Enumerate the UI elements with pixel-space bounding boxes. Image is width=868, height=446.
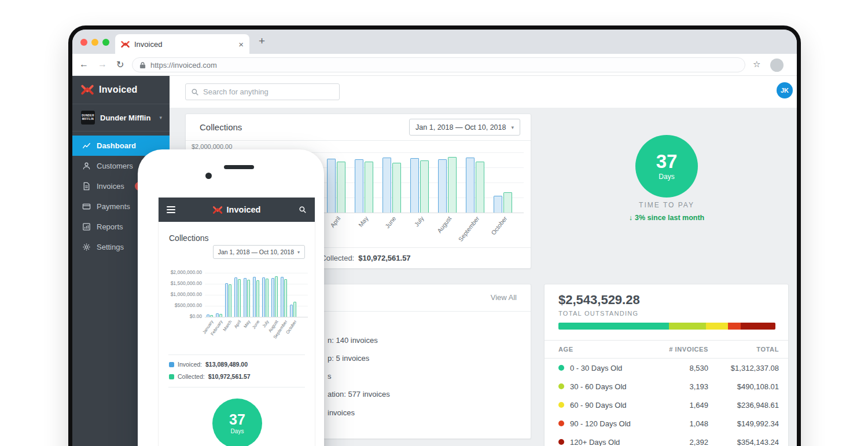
time-to-pay-unit: Days <box>231 428 244 434</box>
zoom-window-button[interactable] <box>102 39 109 46</box>
collections-title: Collections <box>169 233 208 243</box>
sidebar-item-label: Dashboard <box>97 141 136 150</box>
bar-invoiced <box>216 313 219 317</box>
company-selector[interactable]: DUNDER MIFFLIN Dunder Mifflin ▾ <box>72 104 170 131</box>
age-dot <box>558 421 564 426</box>
total-amount: $354,143.24 <box>708 438 779 446</box>
bar-group <box>271 276 278 317</box>
total-amount: $149,992.34 <box>708 419 779 428</box>
bar-invoiced <box>234 277 237 317</box>
chevron-down-icon: ▾ <box>159 115 162 120</box>
address-bar[interactable]: https://invoiced.com <box>132 57 745 72</box>
search-input[interactable] <box>203 87 339 96</box>
view-all-link[interactable]: View All <box>491 293 517 302</box>
mobile-header: Invoiced <box>159 198 315 222</box>
bar-invoiced <box>253 277 256 317</box>
browser-tab[interactable]: Invoiced × <box>115 34 249 54</box>
browser-tab-strip: Invoiced × + <box>72 30 797 54</box>
table-row[interactable]: 60 - 90 Days Old 1,649 $236,948.61 <box>545 396 788 414</box>
user-avatar[interactable]: JK <box>777 82 793 98</box>
date-range-selector[interactable]: Jan 1, 2018 — Oct 10, 2018 ▾ <box>213 245 305 259</box>
time-to-pay-circle: 37 Days <box>212 399 262 446</box>
x-tick-label: September <box>457 215 480 243</box>
x-tick-label: April <box>329 215 341 229</box>
menu-icon[interactable] <box>167 206 175 213</box>
phone-camera <box>205 173 212 179</box>
total-amount: $1,312,337.08 <box>708 364 779 372</box>
bar-invoiced <box>355 159 363 213</box>
aging-table-header: AGE # INVOICES TOTAL <box>545 340 788 359</box>
x-axis-line <box>205 317 308 317</box>
bar-collected <box>210 315 213 317</box>
age-label: 30 - 60 Days Old <box>570 382 627 391</box>
y-tick-label: $1,000,000.00 <box>159 291 202 297</box>
x-tick-label: July <box>413 215 425 228</box>
invoice-count: 1,649 <box>645 401 708 410</box>
table-row[interactable]: 120+ Days Old 2,392 $354,143.24 <box>545 433 788 446</box>
bar-group <box>244 278 250 317</box>
age-dot <box>558 402 564 408</box>
forward-button[interactable]: → <box>98 59 107 70</box>
invoice-count: 2,392 <box>645 438 708 446</box>
collections-chart-mobile: $2,000,000.00 $1,500,000.00 $1,000,000.0… <box>159 267 315 355</box>
browser-profile-avatar[interactable] <box>770 59 784 72</box>
phone-mockup: Invoiced Collections Jan 1, 2018 — Oct 1… <box>138 149 324 446</box>
back-button[interactable]: ← <box>79 59 89 70</box>
search-icon[interactable] <box>299 206 307 214</box>
aging-bar-segment <box>558 323 669 330</box>
divider <box>168 387 305 387</box>
header-invoices: # INVOICES <box>645 346 708 353</box>
new-tab-button[interactable]: + <box>259 35 265 47</box>
tab-title: Invoiced <box>134 40 238 49</box>
brand-name: Invoiced <box>99 85 138 95</box>
date-range-value: Jan 1, 2018 — Oct 10, 2018 <box>218 248 294 255</box>
invoiced-logo-icon <box>81 83 94 96</box>
bar-collected <box>392 163 401 213</box>
minimize-window-button[interactable] <box>91 39 98 46</box>
company-logo: DUNDER MIFFLIN <box>81 111 95 125</box>
bar-invoiced <box>281 277 284 317</box>
total-amount: $236,948.61 <box>708 401 779 410</box>
bar-collected <box>284 279 287 317</box>
tab-close-icon[interactable]: × <box>238 39 244 49</box>
bar-group <box>262 277 269 317</box>
age-label: 120+ Days Old <box>570 438 620 446</box>
bar-group <box>234 277 241 317</box>
date-range-selector[interactable]: Jan 1, 2018 — Oct 10, 2018 ▾ <box>409 119 520 136</box>
bookmark-star-icon[interactable]: ☆ <box>753 59 760 70</box>
time-to-pay-delta: ↓3% since last month <box>609 214 724 222</box>
bar-invoiced <box>262 277 265 317</box>
aging-bar-segment <box>669 323 706 330</box>
bar-collected <box>448 157 457 213</box>
invoices-icon <box>82 182 91 191</box>
page: Invoiced × + ← → ↻ https://invoiced.com … <box>0 0 868 446</box>
bar-collected <box>293 302 296 317</box>
table-row[interactable]: 30 - 60 Days Old 3,193 $490,108.01 <box>545 377 788 396</box>
bar-group <box>281 277 287 317</box>
invoice-count: 1,048 <box>645 419 708 428</box>
mobile-brand: Invoiced <box>213 198 261 222</box>
reload-button[interactable]: ↻ <box>116 59 124 70</box>
table-row[interactable]: 90 - 120 Days Old 1,048 $149,992.34 <box>545 414 788 433</box>
age-label: 90 - 120 Days Old <box>570 419 631 428</box>
aging-bar-segment <box>706 323 728 330</box>
table-row[interactable]: 0 - 30 Days Old 8,530 $1,312,337.08 <box>545 359 788 377</box>
bar-group <box>225 283 231 317</box>
search-box[interactable] <box>185 83 340 100</box>
close-window-button[interactable] <box>80 39 87 46</box>
time-to-pay-caption: TIME TO PAY <box>609 201 724 209</box>
age-dot <box>558 439 564 445</box>
sidebar-item-label: Payments <box>97 202 130 211</box>
time-to-pay-days: 37 <box>229 412 245 427</box>
activity-line: p: 5 invoices <box>328 354 369 363</box>
outstanding-card: $2,543,529.28 TOTAL OUTSTANDING AGE # IN… <box>544 284 789 446</box>
browser-menu-icon[interactable]: ⋮ <box>795 59 801 70</box>
bar-collected <box>337 162 345 213</box>
collected-legend-swatch <box>169 374 174 379</box>
x-tick-label: May <box>357 215 370 228</box>
sidebar-item-label: Invoices <box>97 182 124 191</box>
legend-value: $10,972,561.57 <box>358 254 410 262</box>
bar-group <box>382 158 401 213</box>
collections-title: Collections <box>200 122 242 132</box>
bar-invoiced <box>382 158 391 213</box>
